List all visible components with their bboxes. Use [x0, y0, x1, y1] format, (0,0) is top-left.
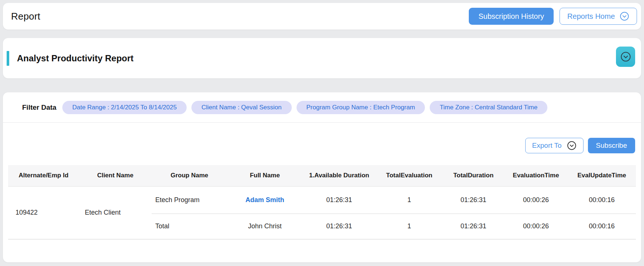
cell-alternate-emp-id: 109422 — [8, 186, 79, 239]
cell-eval-update-time: 00:00:16 — [568, 214, 636, 239]
column-header: EvalUpdateTime — [568, 165, 636, 186]
accent-bar — [7, 51, 9, 66]
table-header-row: Alternate/Emp Id Client Name Group Name … — [8, 165, 636, 186]
column-header: EvaluationTime — [504, 165, 568, 186]
cell-evaluation-time: 00:00:26 — [504, 186, 568, 214]
reports-home-button[interactable]: Reports Home — [560, 8, 637, 25]
column-header: Group Name — [152, 165, 227, 186]
cell-total-duration: 01:26:31 — [443, 186, 504, 214]
cell-group-name: Etech Program — [152, 186, 227, 214]
cell-evaluation-time: 00:00:26 — [504, 214, 568, 239]
report-table-wrapper: Alternate/Emp Id Client Name Group Name … — [8, 165, 636, 239]
column-header: TotalDuration — [443, 165, 504, 186]
chevron-down-circle-icon — [620, 11, 629, 21]
report-name: Analyst Productivity Report — [17, 53, 134, 64]
table-actions: Export To Subscribe — [525, 138, 635, 153]
export-to-button[interactable]: Export To — [525, 138, 584, 153]
cell-available-duration: 01:26:31 — [302, 214, 376, 239]
filter-chip-client-name[interactable]: Client Name : Qeval Session — [191, 101, 291, 114]
subscription-history-button[interactable]: Subscription History — [469, 8, 554, 25]
cell-group-name: Total — [152, 214, 227, 239]
cell-total-duration: 01:26:31 — [443, 214, 504, 239]
cell-available-duration: 01:26:31 — [302, 186, 376, 214]
column-header: 1.Available Duration — [302, 165, 376, 186]
export-to-label: Export To — [532, 141, 562, 150]
table-row: 109422 Etech Client Etech Program Adam S… — [8, 186, 636, 214]
report-table: Alternate/Emp Id Client Name Group Name … — [8, 165, 636, 239]
cell-total-evaluation: 1 — [376, 214, 443, 239]
column-header: Full Name — [227, 165, 302, 186]
filter-section: Filter Data Date Range : 2/14/2025 To 8/… — [3, 92, 641, 123]
filter-chip-time-zone[interactable]: Time Zone : Central Standard Time — [430, 101, 547, 114]
top-bar: Report Subscription History Reports Home — [3, 3, 641, 30]
page-title: Report — [11, 11, 40, 22]
report-content-card: Filter Data Date Range : 2/14/2025 To 8/… — [3, 92, 641, 262]
column-header: Client Name — [79, 165, 152, 186]
column-header: Alternate/Emp Id — [8, 165, 79, 186]
reports-home-label: Reports Home — [567, 12, 615, 21]
filter-data-label: Filter Data — [22, 103, 56, 112]
column-header: TotalEvaluation — [376, 165, 443, 186]
report-header-card: Analyst Productivity Report — [3, 38, 641, 78]
analyst-name-link[interactable]: Adam Smith — [245, 196, 284, 204]
collapse-report-button[interactable] — [616, 47, 635, 67]
cell-full-name: John Christ — [227, 214, 302, 239]
cell-client-name: Etech Client — [79, 186, 152, 239]
cell-full-name: Adam Smith — [227, 186, 302, 214]
cell-total-evaluation: 1 — [376, 186, 443, 214]
chevron-down-circle-icon — [567, 141, 577, 150]
report-title-row: Analyst Productivity Report — [3, 38, 641, 78]
filter-chip-date-range[interactable]: Date Range : 2/14/2025 To 8/14/2025 — [62, 101, 187, 114]
chevron-down-circle-icon — [620, 51, 631, 62]
subscribe-button[interactable]: Subscribe — [588, 138, 636, 153]
filter-chip-program-group[interactable]: Program Group Name : Etech Program — [297, 101, 425, 114]
cell-eval-update-time: 00:00:16 — [568, 186, 636, 214]
